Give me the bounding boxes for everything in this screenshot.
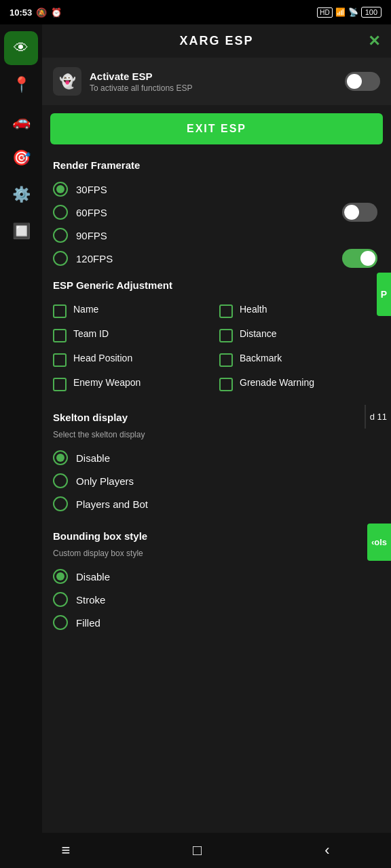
checkbox-distance[interactable]: Distance <box>219 325 380 345</box>
sidebar-item-settings[interactable]: ⚙️ <box>4 178 38 212</box>
mute-icon: 🔕 <box>36 7 47 18</box>
status-bar: 10:53 🔕 ⏰ HD 📶 📡 100 <box>0 0 391 24</box>
render-framerate-section: Render Framerate 30FPS 60FPS <box>42 153 391 273</box>
fps-30-option[interactable]: 30FPS <box>53 178 380 201</box>
bottom-nav-back[interactable]: ‹ <box>308 836 346 865</box>
checkbox-name[interactable]: Name <box>53 300 214 321</box>
fps-60-radio[interactable] <box>53 205 68 220</box>
checkbox-enemy-weapon[interactable]: Enemy Weapon <box>53 374 214 394</box>
skelton-display-section: Skelton display Select the skelton displ… <box>42 405 391 518</box>
status-right: HD 📶 📡 100 <box>317 7 381 18</box>
checkbox-grenade-warning-box[interactable] <box>219 378 233 391</box>
activate-esp-icon: 👻 <box>53 67 81 96</box>
right-peek-p[interactable]: P <box>377 273 391 316</box>
fps-60-option[interactable]: 60FPS <box>53 201 107 224</box>
alarm-icon: ⏰ <box>51 7 62 18</box>
eye-icon: 👁 <box>14 39 29 57</box>
bbox-filled-option[interactable]: Filled <box>53 611 380 634</box>
fps-120-toggle[interactable] <box>342 249 377 268</box>
chip-icon: 🔲 <box>12 222 31 240</box>
esp-generic-title: ESP Generic Adjustment <box>53 279 380 291</box>
sidebar-item-location[interactable]: 📍 <box>4 68 38 102</box>
fps-120-row: 120FPS <box>53 247 380 270</box>
gear-icon: ⚙️ <box>12 186 31 203</box>
car-icon: 🚗 <box>12 113 31 130</box>
wifi-icon: 📡 <box>348 7 358 17</box>
close-button[interactable]: ✕ <box>368 33 380 50</box>
fps-60-toggle[interactable] <box>342 203 377 222</box>
checkbox-head-position-label: Head Position <box>73 352 132 364</box>
bbox-stroke-option[interactable]: Stroke <box>53 588 380 611</box>
checkbox-enemy-weapon-label: Enemy Weapon <box>73 376 141 389</box>
checkbox-distance-box[interactable] <box>219 329 233 342</box>
checkbox-health-box[interactable] <box>219 304 233 318</box>
fps-30-label: 30FPS <box>76 184 107 195</box>
skelton-disable-option[interactable]: Disable <box>53 446 380 469</box>
fps-90-radio[interactable] <box>53 228 68 243</box>
checkbox-teamid[interactable]: Team ID <box>53 325 214 345</box>
checkbox-backmark[interactable]: Backmark <box>219 349 380 370</box>
skelton-playersbot-label: Players and Bot <box>76 498 148 510</box>
activate-esp-subtitle: To activate all functions ESP <box>90 83 337 93</box>
sidebar-item-esp[interactable]: 👁 <box>4 31 38 65</box>
checkbox-enemy-weapon-box[interactable] <box>53 378 67 391</box>
bbox-disable-option[interactable]: Disable <box>53 565 380 588</box>
skelton-display-title: Skelton display <box>53 412 380 423</box>
fps-30-radio[interactable] <box>53 182 68 197</box>
checkbox-backmark-label: Backmark <box>240 352 282 364</box>
sidebar: 👁 📍 🚗 🎯 ⚙️ 🔲 <box>0 24 42 868</box>
skelton-players-radio[interactable] <box>53 473 68 488</box>
header: XARG ESP ✕ <box>42 24 391 58</box>
skelton-players-option[interactable]: Only Players <box>53 469 380 492</box>
checkbox-health[interactable]: Health <box>219 300 380 321</box>
bottom-nav-home[interactable]: □ <box>176 836 218 865</box>
checkbox-head-position[interactable]: Head Position <box>53 349 214 370</box>
right-peek-d11[interactable]: d 11 <box>365 405 391 429</box>
checkbox-backmark-box[interactable] <box>219 353 233 367</box>
time: 10:53 <box>10 7 32 18</box>
bounding-box-subtitle: Custom display box style <box>53 549 380 558</box>
bbox-stroke-label: Stroke <box>76 594 105 606</box>
checkbox-distance-label: Distance <box>240 328 276 340</box>
sidebar-item-extra[interactable]: 🔲 <box>4 214 38 248</box>
ghost-icon: 👻 <box>59 73 76 90</box>
fps-120-radio[interactable] <box>53 251 68 266</box>
fps-90-option[interactable]: 90FPS <box>53 224 380 247</box>
bounding-box-title: Bounding box style <box>53 530 380 542</box>
bbox-stroke-radio[interactable] <box>53 592 68 607</box>
fps-60-row: 60FPS <box>53 201 380 224</box>
bbox-disable-radio[interactable] <box>53 569 68 584</box>
render-framerate-title: Render Framerate <box>53 159 380 171</box>
main-content: XARG ESP ✕ 👻 Activate ESP To activate al… <box>42 24 391 868</box>
checkbox-health-label: Health <box>240 303 267 315</box>
esp-generic-section: ESP Generic Adjustment P Name Health Tea… <box>42 273 391 399</box>
fps-120-option[interactable]: 120FPS <box>53 247 113 270</box>
bottom-nav-menu[interactable]: ≡ <box>45 836 86 865</box>
checkbox-name-box[interactable] <box>53 304 67 318</box>
skelton-players-label: Only Players <box>76 475 134 487</box>
checkbox-grenade-warning[interactable]: Grenade Warning <box>219 374 380 394</box>
skelton-disable-label: Disable <box>76 452 110 464</box>
battery-icon: 100 <box>361 7 381 18</box>
skelton-disable-radio[interactable] <box>53 450 68 465</box>
activate-esp-toggle[interactable] <box>345 72 380 91</box>
skelton-playersbot-radio[interactable] <box>53 496 68 511</box>
bbox-filled-label: Filled <box>76 617 100 629</box>
checkbox-teamid-label: Team ID <box>73 328 109 340</box>
bottom-spacer <box>42 637 391 677</box>
checkbox-grenade-warning-label: Grenade Warning <box>240 376 314 389</box>
exit-esp-button[interactable]: EXIT ESP <box>50 113 383 144</box>
bbox-disable-label: Disable <box>76 571 110 583</box>
checkbox-teamid-box[interactable] <box>53 329 67 342</box>
right-peek-tools[interactable]: ‹ols <box>367 524 391 561</box>
skelton-playersbot-option[interactable]: Players and Bot <box>53 492 380 515</box>
fps-120-label: 120FPS <box>76 253 113 264</box>
bounding-box-section: Bounding box style Custom display box st… <box>42 524 391 637</box>
header-title: XARG ESP <box>179 34 253 48</box>
bbox-filled-radio[interactable] <box>53 615 68 630</box>
sidebar-item-aim[interactable]: 🎯 <box>4 141 38 175</box>
checkbox-head-position-box[interactable] <box>53 353 67 367</box>
bottom-nav: ≡ □ ‹ <box>0 833 391 868</box>
sidebar-item-vehicle[interactable]: 🚗 <box>4 104 38 138</box>
fps-60-label: 60FPS <box>76 207 107 218</box>
